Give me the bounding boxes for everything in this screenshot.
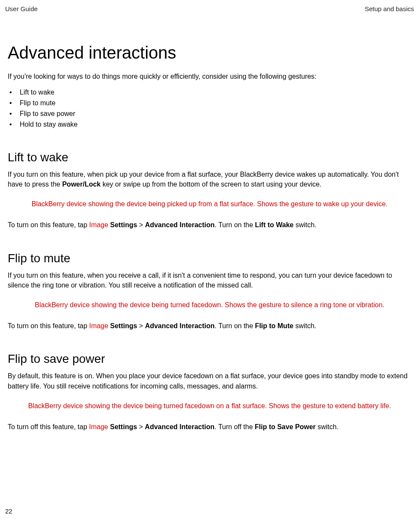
instr-bold: Advanced Interaction (145, 322, 215, 329)
section-heading-flip-to-save-power: Flip to save power (8, 352, 411, 366)
settings-icon: Image (89, 322, 110, 329)
settings-icon: Image (89, 221, 110, 228)
list-item: Lift to wake (8, 87, 411, 98)
header-right: Setup and basics (365, 5, 414, 12)
instruction-text: To turn on this feature, tap Image Setti… (8, 321, 411, 331)
instr-bold: Advanced Interaction (145, 221, 215, 228)
content-area: Advanced interactions If you're looking … (5, 43, 414, 432)
instr-fragment: switch. (293, 322, 316, 329)
instr-fragment: switch. (294, 221, 316, 228)
instr-bold: Lift to Wake (255, 221, 294, 228)
instruction-text: To turn on this feature, tap Image Setti… (8, 220, 411, 230)
instr-bold: Advanced Interaction (145, 423, 214, 430)
instr-bold: Settings (110, 322, 137, 329)
body-text-fragment: By default, this feature is on. When you… (8, 372, 408, 389)
instr-fragment: > (137, 322, 145, 329)
header-left: User Guide (5, 5, 38, 12)
section-body: If you turn on this feature, when you re… (8, 270, 411, 290)
list-item: Flip to mute (8, 98, 411, 109)
instr-fragment: . Turn on the (214, 221, 255, 228)
instr-bold: Flip to Save Power (255, 423, 316, 430)
body-text-fragment: key or swipe up from the bottom of the s… (101, 181, 322, 188)
instr-fragment: . Turn on the (214, 322, 255, 329)
image-caption: BlackBerry device showing the device bei… (8, 300, 411, 310)
section-body: If you turn on this feature, when pick u… (8, 169, 411, 189)
gesture-list: Lift to wake Flip to mute Flip to save p… (8, 87, 411, 130)
instr-fragment: To turn on this feature, tap (8, 221, 89, 228)
section-heading-flip-to-mute: Flip to mute (8, 252, 411, 265)
section-heading-lift-to-wake: Lift to wake (8, 151, 411, 164)
image-caption: BlackBerry device showing the device bei… (8, 199, 411, 209)
instr-fragment: . Turn off the (214, 423, 255, 430)
instr-fragment: > (137, 423, 145, 430)
instr-fragment: To turn on this feature, tap (8, 322, 89, 329)
list-item: Flip to save power (8, 109, 411, 119)
settings-icon: Image (89, 423, 110, 430)
instr-bold: Settings (110, 221, 137, 228)
instr-fragment: > (137, 221, 145, 228)
page-header: User Guide Setup and basics (5, 5, 414, 12)
instr-fragment: To turn off this feature, tap (8, 423, 89, 430)
instr-bold: Flip to Mute (255, 322, 294, 329)
image-caption: BlackBerry device showing the device bei… (8, 401, 411, 411)
list-item: Hold to stay awake (8, 119, 411, 130)
body-text-fragment: If you turn on this feature, when you re… (8, 272, 392, 289)
instr-bold: Settings (110, 423, 137, 430)
intro-text: If you're looking for ways to do things … (8, 72, 411, 81)
page-number: 22 (5, 507, 12, 515)
section-body: By default, this feature is on. When you… (8, 371, 411, 391)
page-title: Advanced interactions (8, 43, 411, 62)
instruction-text: To turn off this feature, tap Image Sett… (8, 422, 411, 432)
body-text-bold: Power/Lock (62, 181, 101, 188)
instr-fragment: switch. (316, 423, 338, 430)
